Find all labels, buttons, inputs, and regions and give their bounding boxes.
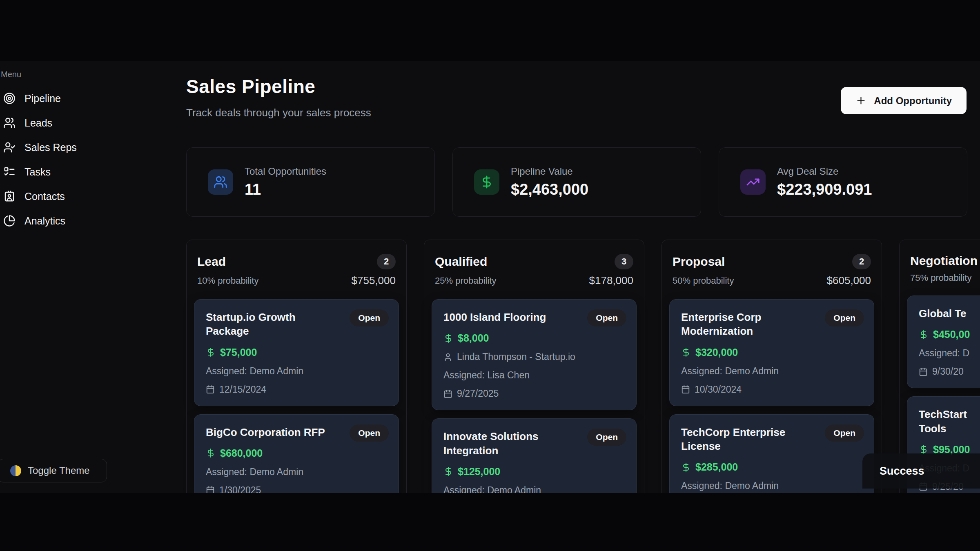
toggle-theme-button[interactable]: Toggle Theme: [0, 459, 107, 482]
calendar-icon: [206, 385, 215, 394]
deal-title: 1000 Island Flooring: [443, 310, 568, 324]
column-probability: 50% probability: [673, 276, 734, 286]
sidebar-item-label: Leads: [24, 117, 52, 129]
kanban-board: Lead 2 10% probability $755,000 Startup.…: [186, 240, 980, 493]
add-opportunity-label: Add Opportunity: [874, 95, 952, 107]
deal-card[interactable]: Global Te $450,00 Assigned: D 9/30/20: [907, 295, 980, 388]
stat-label: Pipeline Value: [511, 166, 588, 177]
calendar-icon: [919, 367, 928, 376]
page-title: Sales Pipeline: [186, 76, 315, 98]
column-count-badge: 2: [377, 254, 396, 269]
list-todo-icon: [3, 166, 16, 178]
sidebar-item-sales-reps[interactable]: Sales Reps: [0, 135, 113, 160]
column-header: Qualified 3 25% probability $178,000: [424, 254, 644, 287]
menu-section-label: Menu: [1, 70, 21, 79]
column-count-badge: 3: [615, 254, 633, 269]
half-moon-icon: [10, 465, 21, 476]
column-header: Proposal 2 50% probability $605,000: [662, 254, 882, 287]
dollar-sign-icon: [681, 347, 691, 357]
deal-amount: $320,000: [695, 347, 738, 358]
deal-amount: $8,000: [458, 332, 489, 344]
status-badge: Open: [825, 309, 864, 327]
column-total: $755,000: [352, 274, 396, 287]
sidebar: Menu Pipeline Leads Sales Reps Tasks Con…: [0, 61, 119, 493]
deal-amount: $680,000: [220, 447, 263, 459]
status-badge: Open: [350, 309, 389, 327]
users-icon: [208, 169, 233, 195]
status-badge: Open: [825, 424, 864, 442]
sidebar-item-label: Analytics: [24, 215, 65, 227]
dollar-sign-icon: [919, 330, 929, 340]
column-qualified: Qualified 3 25% probability $178,000 100…: [424, 240, 644, 493]
deal-title: Enterprise Corp Modernization: [681, 310, 806, 338]
deal-title: TechCorp Enterprise License: [681, 425, 806, 453]
sidebar-nav: Pipeline Leads Sales Reps Tasks Contacts…: [0, 86, 113, 233]
deal-amount: $75,000: [220, 347, 257, 358]
deal-date: 12/15/2024: [219, 384, 266, 395]
deal-assigned: Assigned: Demo Admin: [206, 366, 303, 377]
column-lead: Lead 2 10% probability $755,000 Startup.…: [186, 240, 407, 493]
main-content: Sales Pipeline Track deals through your …: [119, 61, 980, 493]
deal-title: Global Te: [919, 307, 980, 320]
pie-chart-icon: [3, 215, 16, 227]
sidebar-item-pipeline[interactable]: Pipeline: [0, 86, 113, 111]
column-title: Proposal: [673, 255, 725, 269]
deal-amount: $450,00: [933, 329, 970, 340]
deal-assigned: Assigned: Demo Admin: [681, 366, 779, 377]
sidebar-item-label: Pipeline: [24, 93, 61, 104]
success-toast: Success: [862, 453, 980, 489]
stat-card-total-opportunities: Total Opportunities 11: [186, 147, 435, 217]
deal-card[interactable]: Startup.io Growth Package Open $75,000 A…: [194, 299, 399, 406]
sidebar-item-label: Contacts: [24, 191, 65, 202]
dollar-sign-icon: [206, 448, 216, 458]
target-icon: [3, 92, 16, 104]
contact-card-icon: [3, 190, 16, 202]
deal-date: 9/27/2025: [457, 388, 499, 399]
deal-assigned: Assigned: Demo Admin: [206, 467, 303, 478]
sidebar-item-leads[interactable]: Leads: [0, 111, 113, 135]
column-total: $178,000: [589, 274, 633, 287]
column-total: $605,000: [827, 274, 871, 287]
column-title: Qualified: [435, 255, 487, 269]
stat-value: 11: [245, 181, 326, 198]
deal-card[interactable]: 1000 Island Flooring Open $8,000 Linda T…: [432, 299, 637, 410]
user-icon: [443, 353, 452, 362]
sidebar-item-label: Sales Reps: [24, 142, 77, 153]
column-title: Lead: [197, 255, 226, 269]
add-opportunity-button[interactable]: Add Opportunity: [841, 87, 967, 114]
status-badge: Open: [350, 424, 389, 442]
calendar-icon: [443, 389, 452, 398]
trending-up-icon: [740, 169, 766, 195]
stat-label: Avg Deal Size: [777, 166, 872, 177]
deal-assigned: Assigned: Lisa Chen: [443, 370, 530, 381]
column-header: Negotiation 75% probability: [900, 254, 980, 283]
deal-card[interactable]: TechCorp Enterprise License Open $285,00…: [669, 414, 874, 493]
sidebar-item-contacts[interactable]: Contacts: [0, 184, 113, 209]
sidebar-item-label: Tasks: [24, 166, 51, 178]
dollar-sign-icon: [206, 347, 216, 357]
column-title: Negotiation: [910, 254, 978, 268]
dollar-sign-icon: [443, 333, 453, 343]
column-proposal: Proposal 2 50% probability $605,000 Ente…: [662, 240, 882, 493]
deal-title: Startup.io Growth Package: [206, 310, 330, 338]
deal-card[interactable]: Enterprise Corp Modernization Open $320,…: [669, 299, 874, 406]
deal-card[interactable]: Innovate Solutions Integration Open $125…: [432, 418, 637, 493]
deal-title: Innovate Solutions Integration: [443, 429, 568, 458]
users-icon: [3, 117, 16, 129]
plus-icon: [855, 95, 866, 106]
status-badge: Open: [587, 309, 626, 327]
calendar-icon: [206, 486, 215, 493]
dollar-sign-icon: [919, 444, 929, 454]
sidebar-item-tasks[interactable]: Tasks: [0, 160, 113, 184]
toast-title: Success: [880, 465, 924, 478]
card-list: 1000 Island Flooring Open $8,000 Linda T…: [432, 299, 637, 493]
deal-card[interactable]: BigCo Corporation RFP Open $680,000 Assi…: [194, 414, 399, 493]
stat-card-avg-deal-size: Avg Deal Size $223,909.091: [719, 147, 967, 217]
card-list: Enterprise Corp Modernization Open $320,…: [669, 299, 874, 493]
deal-assigned: Assigned: Demo Admin: [443, 485, 541, 493]
column-probability: 10% probability: [197, 276, 258, 286]
stat-card-pipeline-value: Pipeline Value $2,463,000: [452, 147, 701, 217]
sidebar-item-analytics[interactable]: Analytics: [0, 209, 113, 233]
column-probability: 75% probability: [910, 273, 971, 283]
status-badge: Open: [587, 429, 626, 446]
